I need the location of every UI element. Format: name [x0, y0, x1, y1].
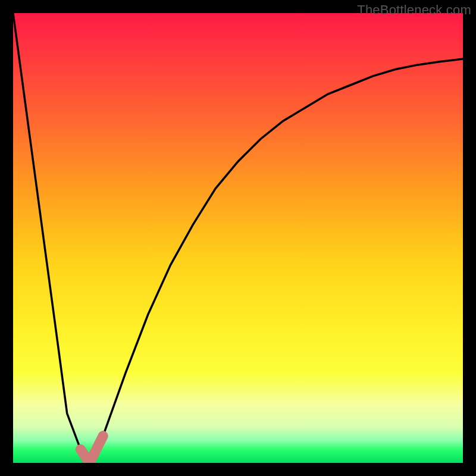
- curve-line: [13, 13, 463, 463]
- curves-svg: [13, 13, 463, 463]
- highlight-segment: [80, 436, 103, 463]
- watermark-text: TheBottleneck.com: [357, 2, 471, 18]
- plot-area: [13, 13, 463, 463]
- chart-container: TheBottleneck.com: [0, 0, 476, 476]
- bottleneck-curve: [13, 13, 463, 463]
- highlight-line: [80, 436, 103, 463]
